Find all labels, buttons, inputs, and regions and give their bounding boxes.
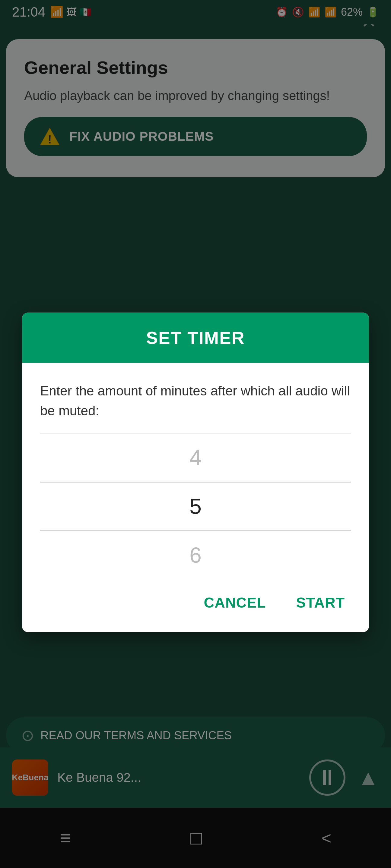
number-picker[interactable]: 4 5 6	[40, 433, 351, 579]
dialog-header: SET TIMER	[22, 313, 369, 363]
picker-item-below: 6	[40, 531, 351, 579]
dialog-body: Enter the amount of minutes after which …	[22, 363, 369, 579]
set-timer-dialog: SET TIMER Enter the amount of minutes af…	[22, 313, 369, 632]
dialog-actions: CANCEL START	[22, 579, 369, 632]
picker-item-selected: 5	[40, 482, 351, 530]
dialog-description: Enter the amount of minutes after which …	[40, 381, 351, 421]
dialog-title: SET TIMER	[34, 328, 357, 348]
start-button[interactable]: START	[290, 591, 351, 614]
picker-item-above: 4	[40, 433, 351, 482]
cancel-button[interactable]: CANCEL	[198, 591, 272, 614]
